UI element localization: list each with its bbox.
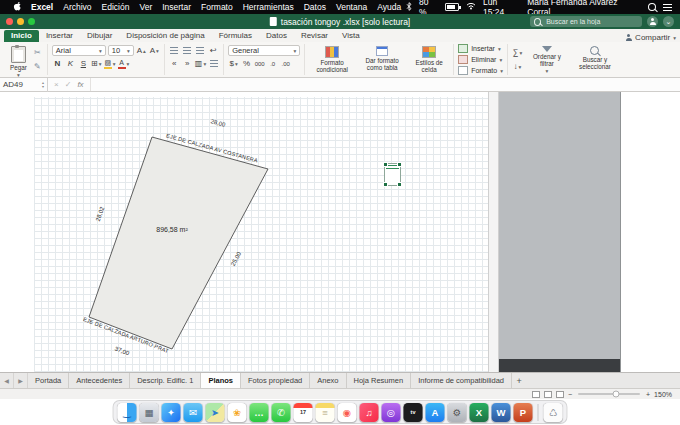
insert-cells-button[interactable]: Insertar▾ (458, 44, 503, 53)
menubar-item-herramientas[interactable]: Herramientas (238, 2, 299, 12)
zoom-out-button[interactable]: − (568, 391, 572, 398)
conditional-format-button[interactable]: Formato condicional (309, 45, 355, 74)
page-break-view-icon[interactable] (556, 391, 564, 398)
delete-cells-button[interactable]: Eliminar▾ (458, 55, 503, 64)
increase-decimal-button[interactable]: .0 (267, 58, 278, 69)
close-window-button[interactable] (6, 18, 13, 25)
dock-icon-reminders[interactable]: ◉ (338, 403, 357, 422)
dock-icon-maps[interactable]: ➤ (206, 403, 225, 422)
ribbon-tab-inicio[interactable]: Inicio (4, 30, 39, 42)
wrap-text-button[interactable]: ↩ (208, 45, 219, 56)
decrease-indent-button[interactable]: « (169, 58, 180, 69)
orientation-button[interactable] (208, 58, 219, 69)
spotlight-search-icon[interactable] (648, 3, 656, 11)
sheet-tab-informe-compatibilidad[interactable]: Informe de compatibilidad (411, 373, 512, 388)
ribbon-tab-insertar[interactable]: Insertar (39, 30, 80, 42)
battery-icon[interactable] (445, 3, 459, 11)
increase-indent-button[interactable]: » (182, 58, 193, 69)
decrease-decimal-button[interactable]: .00 (280, 58, 291, 69)
percent-button[interactable]: % (241, 58, 252, 69)
menubar-item-formato[interactable]: Formato (196, 2, 238, 12)
format-cells-button[interactable]: Formato▾ (458, 66, 503, 75)
dock-icon-finder[interactable]: ‿ (118, 403, 137, 422)
confirm-entry-icon[interactable]: ✓ (65, 80, 72, 89)
share-button[interactable]: Compartir ▾ (625, 33, 676, 42)
ribbon-tab-vista[interactable]: Vista (335, 30, 367, 42)
font-color-button[interactable]: A ▾ (118, 58, 130, 69)
cut-button[interactable]: ✂ (32, 47, 43, 58)
sheet-tab-hoja-resumen[interactable]: Hoja Resumen (347, 373, 412, 388)
sheet-tab-fotos-propiedad[interactable]: Fotos propiedad (241, 373, 310, 388)
search-input[interactable] (544, 17, 638, 26)
zoom-slider[interactable] (578, 393, 640, 395)
paste-button[interactable]: Pegar ▾ (8, 45, 29, 80)
normal-view-icon[interactable] (532, 391, 540, 398)
align-right-button[interactable] (195, 45, 206, 56)
minimize-window-button[interactable] (17, 18, 24, 25)
sheet-scroll-left-button[interactable]: ◀ (0, 373, 14, 388)
dock-icon-app-store[interactable]: A (426, 403, 445, 422)
menubar-item-datos[interactable]: Datos (299, 2, 331, 12)
ribbon-tab-datos[interactable]: Datos (259, 30, 294, 42)
ribbon-tab-disposicion[interactable]: Disposición de página (119, 30, 211, 42)
merge-center-button[interactable]: ▥▾ (195, 58, 206, 69)
insert-function-icon[interactable]: fx (77, 80, 83, 89)
add-sheet-button[interactable]: + (512, 373, 526, 388)
sheet-tab-portada[interactable]: Portada (28, 373, 69, 388)
find-select-button[interactable]: Buscar y seleccionar (571, 45, 619, 71)
dock-icon-music[interactable]: ♫ (360, 403, 379, 422)
menubar-item-insertar[interactable]: Insertar (157, 2, 196, 12)
format-as-table-button[interactable]: Dar formato como tabla (358, 45, 406, 72)
vertical-scrollbar[interactable] (488, 92, 499, 372)
ribbon-tab-dibujar[interactable]: Dibujar (80, 30, 119, 42)
dock-icon-facetime[interactable]: ✆ (272, 403, 291, 422)
ribbon-tab-formulas[interactable]: Fórmulas (212, 30, 259, 42)
selected-object[interactable] (384, 163, 401, 186)
name-box-stepper[interactable]: ▴▾ (42, 81, 44, 89)
menubar-item-ver[interactable]: Ver (134, 2, 157, 12)
dock-icon-system-preferences[interactable]: ⚙ (448, 403, 467, 422)
sort-filter-button[interactable]: Ordenar y filtrar ▾ (526, 45, 568, 76)
collaborator-icon[interactable] (647, 16, 658, 27)
dock-icon-photos[interactable]: ❀ (228, 403, 247, 422)
cell-styles-button[interactable]: Estilos de celda (409, 45, 449, 74)
selection-handle[interactable] (383, 182, 388, 187)
dock-icon-podcasts[interactable]: ◎ (382, 403, 401, 422)
selection-handle[interactable] (397, 162, 402, 167)
dock-icon-messages[interactable]: … (250, 403, 269, 422)
dock-icon-mail[interactable]: ✉ (184, 403, 203, 422)
sheet-tab-antecedentes[interactable]: Antecedentes (69, 373, 130, 388)
dock-icon-launchpad[interactable]: ▦ (140, 403, 159, 422)
dock-icon-trash[interactable]: ♺ (544, 403, 563, 422)
ribbon-toggle-icon[interactable]: ⌄ (663, 16, 674, 27)
zoom-slider-thumb[interactable] (613, 391, 620, 398)
font-name-select[interactable]: Arial ▾ (52, 45, 106, 56)
fill-color-button[interactable]: ▨ ▾ (104, 58, 116, 69)
align-left-button[interactable] (169, 45, 180, 56)
increase-font-button[interactable]: A▴ (136, 45, 147, 56)
underline-button[interactable]: S (78, 58, 89, 69)
sheet-tab-descrip-edific-1[interactable]: Descrip. Edific. 1 (130, 373, 201, 388)
number-format-select[interactable]: General ▾ (228, 45, 300, 56)
zoom-level[interactable]: 150% (654, 391, 672, 398)
zoom-window-button[interactable] (28, 18, 35, 25)
autosum-button[interactable]: ∑▾ (512, 47, 523, 58)
thousands-button[interactable]: 000 (254, 58, 265, 69)
selection-handle[interactable] (383, 162, 388, 167)
bluetooth-icon[interactable] (406, 2, 412, 13)
dock-icon-word[interactable]: W (492, 403, 511, 422)
control-center-icon[interactable] (663, 4, 672, 11)
name-box[interactable]: AD49 ▴▾ (0, 78, 48, 92)
sheet-tab-anexo[interactable]: Anexo (310, 373, 346, 388)
borders-button[interactable]: ⊞▾ (91, 58, 102, 69)
decrease-font-button[interactable]: A▾ (149, 45, 160, 56)
align-center-button[interactable] (182, 45, 193, 56)
wifi-icon[interactable] (466, 2, 476, 12)
ribbon-tab-revisar[interactable]: Revisar (294, 30, 335, 42)
font-size-select[interactable]: 10 ▾ (108, 45, 134, 56)
currency-button[interactable]: $▾ (228, 58, 239, 69)
dock-icon-powerpoint[interactable]: P (514, 403, 533, 422)
sheet-search-field[interactable] (530, 16, 642, 27)
dock-icon-tv[interactable]: tv (404, 403, 423, 422)
cancel-entry-icon[interactable]: × (54, 80, 59, 89)
